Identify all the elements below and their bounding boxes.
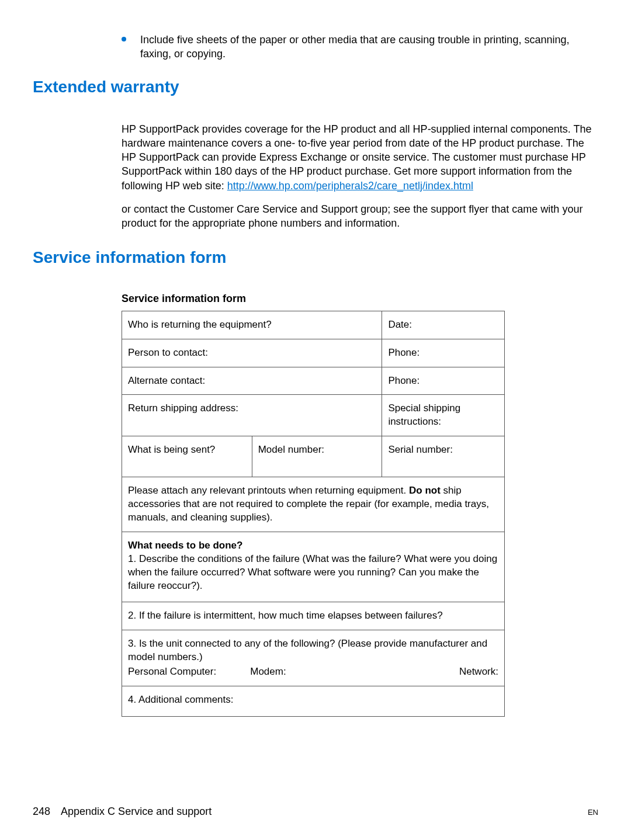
service-info-table: Who is returning the equipment? Date: Pe… <box>122 311 505 717</box>
cell-what-sent: What is being sent? <box>122 436 252 477</box>
appendix-label: Appendix C Service and support <box>61 806 212 817</box>
attach-bold: Do not <box>409 485 441 496</box>
cell-special-shipping: Special shipping instructions: <box>382 395 505 436</box>
needs-title: What needs to be done? <box>128 540 242 551</box>
page-number: 248 <box>33 806 50 817</box>
cell-person-contact: Person to contact: <box>122 339 382 367</box>
cell-needs-3: 3. Is the unit connected to any of the f… <box>122 630 505 686</box>
cell-needs-4: 4. Additional comments: <box>122 686 505 716</box>
needs-3-intro: 3. Is the unit connected to any of the f… <box>128 638 487 662</box>
bullet-item: Include five sheets of the paper or othe… <box>122 33 598 61</box>
support-link[interactable]: http://www.hp.com/peripherals2/care_netl… <box>227 180 473 192</box>
cell-serial-number: Serial number: <box>382 436 505 477</box>
heading-service-info-form: Service information form <box>33 248 598 267</box>
needs-1-text: 1. Describe the conditions of the failur… <box>128 553 497 591</box>
cell-return-address: Return shipping address: <box>122 395 382 436</box>
paragraph-contact: or contact the Customer Care Service and… <box>122 202 598 231</box>
cell-needs-2: 2. If the failure is intermittent, how m… <box>122 602 505 630</box>
cell-who-returning: Who is returning the equipment? <box>122 311 382 339</box>
footer-left: 248 Appendix C Service and support <box>33 806 212 818</box>
footer-lang: EN <box>588 808 598 817</box>
label-network: Network: <box>387 665 498 679</box>
label-pc: Personal Computer: <box>128 665 250 679</box>
cell-alt-contact: Alternate contact: <box>122 367 382 395</box>
cell-phone1: Phone: <box>382 339 505 367</box>
bullet-text: Include five sheets of the paper or othe… <box>140 33 598 61</box>
table-title: Service information form <box>122 293 598 305</box>
cell-date: Date: <box>382 311 505 339</box>
bullet-icon <box>122 37 126 41</box>
paragraph-extended-warranty: HP SupportPack provides coverage for the… <box>122 122 598 193</box>
attach-pre: Please attach any relevant printouts whe… <box>128 485 409 496</box>
label-modem: Modem: <box>250 665 387 679</box>
cell-model-number: Model number: <box>252 436 382 477</box>
cell-needs-1: What needs to be done? 1. Describe the c… <box>122 532 505 602</box>
page-footer: 248 Appendix C Service and support EN <box>33 806 598 818</box>
cell-phone2: Phone: <box>382 367 505 395</box>
heading-extended-warranty: Extended warranty <box>33 78 598 96</box>
cell-attach-instructions: Please attach any relevant printouts whe… <box>122 477 505 532</box>
